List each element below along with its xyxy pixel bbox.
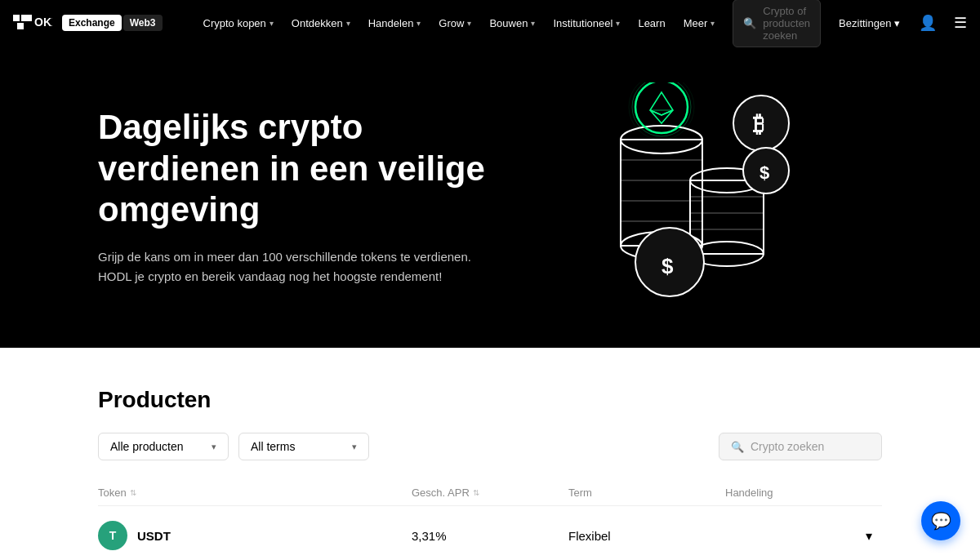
okx-logo[interactable]: OKX — [13, 15, 52, 31]
hero-section: Dagelijks crypto verdienen in een veilig… — [0, 46, 980, 348]
web3-badge[interactable]: Web3 — [123, 15, 163, 31]
filters-row: Alle producten ▾ All terms ▾ 🔍 Crypto zo… — [98, 433, 882, 460]
sort-icon: ⇅ — [473, 488, 479, 497]
th-apr: Gesch. APR ⇅ — [412, 487, 568, 499]
hamburger-icon: ☰ — [954, 14, 967, 32]
products-table: Token ⇅ Gesch. APR ⇅ Term Handeling T US… — [98, 480, 882, 560]
nav-item-grow[interactable]: Grow ▾ — [430, 12, 479, 34]
search-icon: 🔍 — [743, 17, 756, 29]
token-name: USDT — [137, 529, 171, 543]
svg-marker-22 — [650, 110, 673, 123]
chevron-down-icon: ▾ — [531, 19, 535, 28]
svg-rect-3 — [25, 15, 32, 21]
sort-icon: ⇅ — [130, 488, 136, 497]
nav-item-ontdekken[interactable]: Ontdekken ▾ — [283, 12, 359, 34]
svg-rect-0 — [13, 15, 20, 21]
hero-title: Dagelijks crypto verdienen in een veilig… — [98, 107, 490, 230]
nav-search-placeholder: Crypto of producten zoeken — [763, 5, 810, 42]
user-icon-button[interactable]: 👤 — [915, 10, 941, 36]
hero-content: Dagelijks crypto verdienen in een veilig… — [98, 107, 490, 286]
svg-text:₿: ₿ — [753, 112, 764, 137]
filter-terms-dropdown[interactable]: All terms ▾ — [238, 433, 369, 460]
nav-item-bouwen[interactable]: Bouwen ▾ — [481, 12, 543, 34]
nav-item-handelen[interactable]: Handelen ▾ — [360, 12, 430, 34]
table-row: T USDT 3,31% Flexibel ▾ — [98, 506, 882, 560]
svg-text:OKX: OKX — [34, 16, 52, 29]
nav-search[interactable]: 🔍 Crypto of producten zoeken — [733, 0, 821, 47]
svg-rect-2 — [17, 23, 24, 29]
nav-item-learn[interactable]: Learn — [630, 12, 673, 34]
nav-items: Crypto kopen ▾ Ontdekken ▾ Handelen ▾ Gr… — [195, 12, 724, 34]
nav-right: Bezittingen ▾ 👤 ☰ — [831, 10, 973, 36]
term-value: Flexibel — [568, 529, 725, 543]
apr-value: 3,31% — [412, 529, 568, 543]
token-icon-usdt: T — [98, 521, 127, 550]
svg-point-20 — [629, 82, 694, 140]
menu-icon-button[interactable]: ☰ — [947, 10, 973, 36]
token-cell: T USDT — [98, 521, 412, 550]
chat-icon: 💬 — [931, 511, 951, 531]
chevron-down-icon: ▾ — [616, 19, 620, 28]
products-section: Producten Alle producten ▾ All terms ▾ 🔍… — [0, 348, 980, 560]
action-cell: ▾ — [725, 522, 882, 549]
svg-text:$: $ — [760, 162, 769, 183]
chevron-down-icon: ▾ — [270, 19, 274, 28]
crypto-illustration: ₿ $ $ — [555, 82, 817, 311]
chat-bubble-button[interactable]: 💬 — [921, 501, 960, 540]
bezittingen-button[interactable]: Bezittingen ▾ — [831, 12, 908, 34]
chevron-down-icon: ▾ — [710, 19, 715, 28]
exchange-badge[interactable]: Exchange — [62, 15, 122, 31]
chevron-down-icon: ▾ — [416, 19, 421, 28]
products-search[interactable]: 🔍 Crypto zoeken — [719, 433, 882, 460]
nav-item-meer[interactable]: Meer ▾ — [675, 12, 724, 34]
products-title: Producten — [98, 387, 882, 413]
nav-badges: Exchange Web3 — [62, 15, 163, 31]
svg-text:$: $ — [662, 254, 674, 278]
expand-row-button[interactable]: ▾ — [856, 522, 882, 549]
search-placeholder: Crypto zoeken — [751, 440, 824, 453]
nav-item-institutioneel[interactable]: Institutioneel ▾ — [545, 12, 628, 34]
table-header: Token ⇅ Gesch. APR ⇅ Term Handeling — [98, 480, 882, 506]
filter-products-dropdown[interactable]: Alle producten ▾ — [98, 433, 229, 460]
search-icon: 🔍 — [731, 441, 744, 453]
nav-item-crypto-kopen[interactable]: Crypto kopen ▾ — [195, 12, 282, 34]
chevron-down-icon: ▾ — [467, 19, 471, 28]
chevron-down-icon: ▾ — [894, 17, 900, 29]
user-icon: 👤 — [919, 14, 937, 32]
chevron-down-icon: ▾ — [352, 442, 357, 452]
th-term: Term — [568, 487, 725, 499]
hero-illustration: ₿ $ $ — [490, 82, 882, 311]
chevron-down-icon: ▾ — [346, 19, 350, 28]
chevron-down-icon: ▾ — [212, 442, 216, 452]
th-handeling: Handeling — [725, 487, 882, 499]
navbar: OKX Exchange Web3 Crypto kopen ▾ Ontdekk… — [0, 0, 980, 46]
hero-subtitle: Grijp de kans om in meer dan 100 verschi… — [98, 247, 474, 287]
th-token: Token ⇅ — [98, 487, 412, 499]
